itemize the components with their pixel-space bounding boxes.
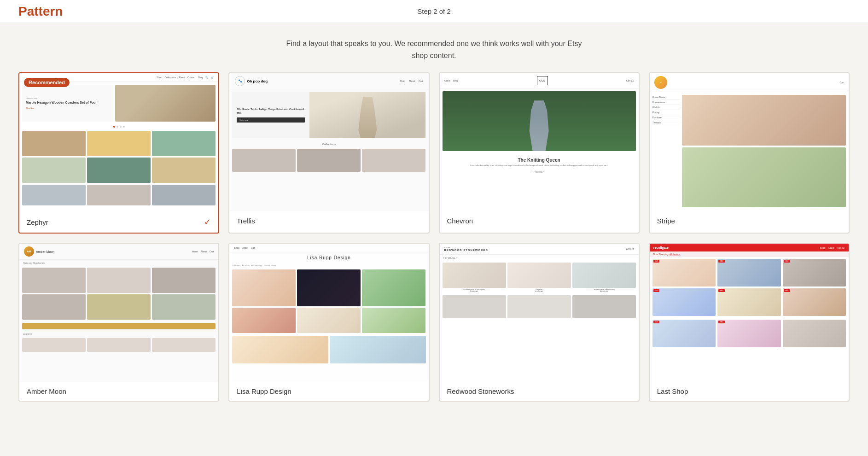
stripe-footer: Stripe [650, 211, 849, 230]
trellis-footer: Trellis [229, 211, 428, 230]
theme-card-amber-moon[interactable]: AM Amber Moon Home About Cart Hats and H… [18, 243, 219, 402]
trellis-preview: 🐾 Oh pop dog Shop About Cart Oh! Basic T… [229, 73, 428, 211]
lisa-preview: Shop About Cart Lisa Rupp Design Calenda… [229, 244, 428, 382]
theme-card-redwood[interactable]: STORE REDWOOD STONEWORKS ABOUT FILTER AL… [439, 243, 640, 402]
theme-card-lisa-rupp[interactable]: Shop About Cart Lisa Rupp Design Calenda… [228, 243, 429, 402]
theme-card-stripe[interactable]: ☀ Cart Home Decor Housewares Wall Art Po… [649, 72, 850, 234]
recommended-badge: Recommended [24, 78, 70, 87]
lastshop-preview: recollgate Shop About Fam (0) Now Shoppi… [650, 244, 849, 382]
z-product-grid [19, 129, 218, 185]
zephyr-footer: Zephyr ✓ [19, 211, 218, 233]
zephyr-preview: Shop Collections About Contact Blog 🔍 🛒 … [19, 73, 218, 211]
step-indicator: Step 2 of 2 [417, 7, 451, 15]
theme-card-chevron[interactable]: About Shop GUS Cart (0) The Knitting Que… [439, 72, 640, 234]
zephyr-label: Zephyr [27, 218, 48, 226]
lastshop-footer: Last Shop [650, 382, 849, 401]
lisa-rupp-footer: Lisa Rupp Design [229, 382, 428, 401]
amber-moon-footer: Amber Moon [19, 382, 218, 401]
ambermoon-preview: AM Amber Moon Home About Cart Hats and H… [19, 244, 218, 382]
redwood-label: Redwood Stoneworks [447, 387, 514, 395]
chevron-footer: Chevron [440, 211, 639, 230]
check-icon: ✓ [204, 217, 211, 227]
themes-grid: Recommended Shop Collections About Conta… [0, 72, 868, 420]
trellis-logo-text: Oh pop dog [247, 79, 268, 83]
app-logo: Pattern [18, 4, 63, 19]
subtitle-section: Find a layout that speaks to you. We rec… [0, 23, 868, 72]
stripe-label: Stripe [657, 217, 675, 225]
z-hero: Featured Item Marble Hexagon Wooden Coas… [22, 85, 216, 122]
theme-card-zephyr[interactable]: Recommended Shop Collections About Conta… [18, 72, 219, 234]
theme-card-lastshop[interactable]: recollgate Shop About Fam (0) Now Shoppi… [649, 243, 850, 402]
lastshop-label: Last Shop [657, 387, 688, 395]
trellis-label: Trellis [237, 217, 255, 225]
subtitle-line2: shop content. [9, 50, 859, 62]
amber-moon-label: Amber Moon [27, 387, 66, 395]
lisa-rupp-label: Lisa Rupp Design [237, 387, 291, 395]
redwood-preview: STORE REDWOOD STONEWORKS ABOUT FILTER AL… [440, 244, 639, 382]
z-row2 [19, 185, 218, 207]
redwood-footer: Redwood Stoneworks [440, 382, 639, 401]
stripe-preview: ☀ Cart Home Decor Housewares Wall Art Po… [650, 73, 849, 211]
theme-card-trellis[interactable]: 🐾 Oh pop dog Shop About Cart Oh! Basic T… [228, 72, 429, 234]
chevron-label: Chevron [447, 217, 473, 225]
subtitle-line1: Find a layout that speaks to you. We rec… [9, 38, 859, 50]
chevron-preview: About Shop GUS Cart (0) The Knitting Que… [440, 73, 639, 211]
page-header: Pattern Step 2 of 2 [0, 0, 868, 23]
